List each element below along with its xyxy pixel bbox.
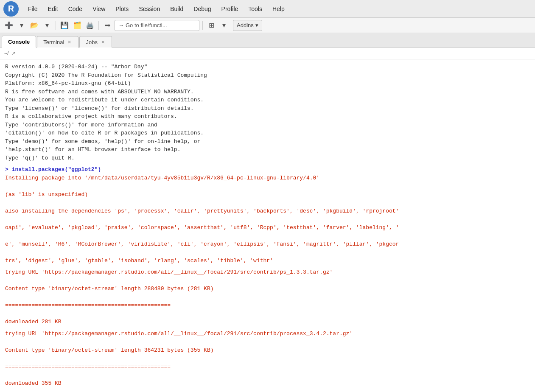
console-intro: R version 4.0.0 (2020-04-24) -- "Arbor D… [5, 64, 207, 87]
goto-text: Go to file/functi... [126, 22, 167, 28]
install-line-1: (as 'lib' is unspecified) [5, 190, 530, 199]
tab-jobs[interactable]: Jobs ✕ [79, 36, 112, 48]
toolbar-separator-3 [202, 21, 203, 30]
r-logo: R [3, 1, 19, 17]
menu-code[interactable]: Code [64, 4, 87, 14]
tab-terminal-close[interactable]: ✕ [67, 39, 72, 45]
goto-input[interactable]: → Go to file/functi... [115, 20, 199, 31]
download-downloaded-1: downloaded 355 KB [5, 379, 530, 388]
menu-plots[interactable]: Plots [111, 4, 133, 14]
tab-bar: Console Terminal ✕ Jobs ✕ [0, 33, 535, 48]
open-recent-dropdown[interactable]: ▾ [42, 20, 53, 31]
menu-bar: R File Edit Code View Plots Session Buil… [0, 0, 535, 18]
menu-view[interactable]: View [88, 4, 109, 14]
download-downloaded-0: downloaded 281 KB [5, 318, 530, 326]
install-line-5: trs', 'digest', 'glue', 'gtable', 'isoba… [5, 257, 530, 265]
tab-terminal-label: Terminal [43, 39, 64, 45]
menu-debug[interactable]: Debug [189, 4, 215, 14]
workspace-button[interactable]: ⊞ [206, 20, 217, 31]
tab-jobs-label: Jobs [86, 39, 97, 45]
menu-file[interactable]: File [24, 4, 42, 14]
console-prompt: > install.packages("ggplot2") [5, 166, 101, 173]
toolbar-separator-2 [98, 21, 99, 30]
console-prompt-block: > install.packages("ggplot2") [5, 165, 530, 174]
tab-console-label: Console [8, 39, 30, 45]
toolbar-separator-1 [56, 21, 56, 30]
download-progress-1: ========================================… [5, 363, 530, 371]
print-button[interactable]: 🖨️ [84, 20, 95, 31]
path-text: ~/ [4, 50, 8, 56]
install-line-3: oapi', 'evaluate', 'pkgload', 'praise', … [5, 224, 530, 232]
new-file-dropdown[interactable]: ▾ [16, 20, 27, 31]
console-help: Type 'demo()' for some demos, 'help()' f… [5, 138, 200, 161]
addins-button[interactable]: Addins ▾ [233, 20, 262, 31]
goto-icon: → [118, 22, 124, 28]
download-content-0: Content type 'binary/octet-stream' lengt… [5, 285, 530, 293]
install-line-4: e', 'munsell', 'R6', 'RColorBrewer', 'vi… [5, 240, 530, 249]
console-area[interactable]: R version 4.0.0 (2020-04-24) -- "Arbor D… [0, 59, 535, 392]
menu-tools[interactable]: Tools [244, 4, 266, 14]
workspace-dropdown[interactable]: ▾ [218, 20, 230, 31]
download-url-1: trying URL 'https://packagemanager.rstud… [5, 330, 530, 338]
tab-jobs-close[interactable]: ✕ [100, 39, 106, 45]
download-block-0: trying URL 'https://packagemanager.rstud… [5, 268, 530, 326]
menu-build[interactable]: Build [166, 4, 188, 14]
menu-edit[interactable]: Edit [44, 4, 62, 14]
menu-help[interactable]: Help [268, 4, 289, 14]
addins-label: Addins [237, 22, 254, 28]
go-back-button[interactable]: ➡ [102, 20, 113, 31]
menu-profile[interactable]: Profile [217, 4, 243, 14]
download-url-0: trying URL 'https://packagemanager.rstud… [5, 268, 530, 277]
open-file-button[interactable]: 📂 [29, 20, 40, 31]
console-install-block: Installing package into '/mnt/data/userd… [5, 174, 530, 265]
console-warranty: R is free software and comes with ABSOLU… [5, 89, 204, 112]
download-progress-0: ========================================… [5, 301, 530, 310]
tab-terminal[interactable]: Terminal ✕ [37, 36, 78, 48]
install-line-2: also installing the dependencies 'ps', '… [5, 207, 530, 216]
path-icon[interactable]: ↗ [11, 50, 16, 56]
toolbar: ➕ ▾ 📂 ▾ 💾 🗂️ 🖨️ ➡ → Go to file/functi...… [0, 18, 535, 33]
install-line-0: Installing package into '/mnt/data/userd… [5, 174, 530, 182]
path-bar: ~/ ↗ [0, 48, 535, 59]
addins-dropdown-icon: ▾ [255, 22, 258, 28]
menu-session[interactable]: Session [134, 4, 164, 14]
download-block-1: trying URL 'https://packagemanager.rstud… [5, 330, 530, 388]
save-all-button[interactable]: 🗂️ [72, 20, 83, 31]
save-button[interactable]: 💾 [59, 20, 70, 31]
new-file-button[interactable]: ➕ [3, 20, 14, 31]
tab-console[interactable]: Console [2, 36, 36, 48]
download-content-1: Content type 'binary/octet-stream' lengt… [5, 346, 530, 355]
console-contributors: R is a collaborative project with many c… [5, 113, 204, 136]
